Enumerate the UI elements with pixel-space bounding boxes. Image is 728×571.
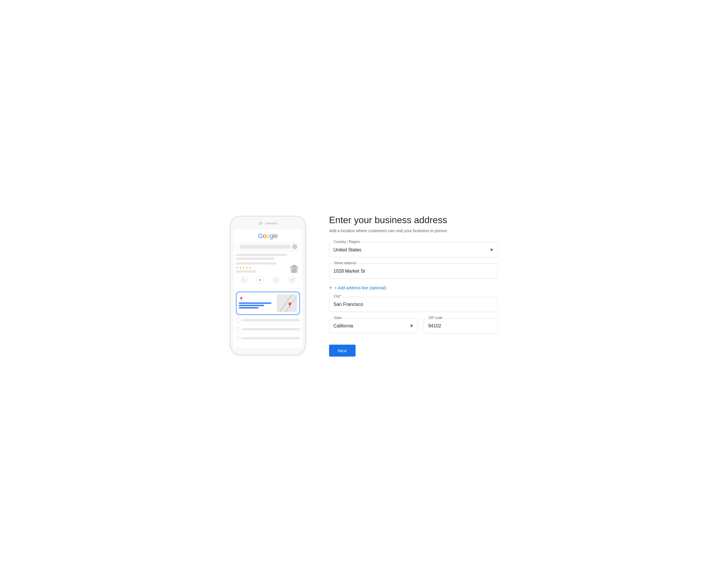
svg-line-7 [291, 280, 293, 280]
star-3: ★ [242, 266, 245, 269]
highlight-card-left: 📍 [239, 297, 275, 309]
phone-share-icon [289, 276, 296, 283]
star-2: ★ [239, 266, 242, 269]
country-field-group: Country / Region United States Canada Un… [329, 242, 498, 257]
zip-field-group: ZIP code [424, 318, 498, 334]
star-5: ★ [249, 266, 251, 269]
svg-point-4 [292, 279, 293, 279]
skeleton-line-3 [236, 270, 256, 273]
city-label: City* [332, 294, 342, 298]
skeleton-line-2 [236, 257, 274, 260]
phone-action-icons [236, 276, 300, 283]
zip-input[interactable] [424, 318, 498, 334]
map-pin-icon: 📍 [287, 302, 293, 309]
page-subtitle: Add a location where customers can visit… [329, 228, 498, 233]
state-select[interactable]: California New York Texas Florida [329, 318, 418, 333]
phone-search-icon [292, 244, 297, 249]
phone-save-icon [273, 276, 280, 283]
phone-bottom-items [236, 318, 300, 342]
svg-point-6 [292, 280, 293, 281]
street-field-group: Street address [329, 264, 498, 279]
bottom-skeleton-1 [242, 319, 300, 321]
state-field-group: State California New York Texas Florida … [329, 318, 418, 334]
country-label: Country / Region [332, 240, 361, 244]
google-logo: Google [236, 232, 300, 240]
skeleton-title [236, 262, 276, 264]
phone-bottom-item-1 [236, 318, 300, 325]
form-panel: Enter your business address Add a locati… [329, 214, 498, 357]
city-input[interactable] [329, 297, 498, 312]
svg-marker-1 [289, 264, 299, 267]
phone-mockup: Google ★ ★ ★ ★ ★ [230, 216, 306, 355]
phone-search-bar [236, 243, 300, 251]
add-address-line-label: + Add address line (optional) [334, 286, 387, 290]
phone-result-info: ★ ★ ★ ★ ★ [236, 262, 287, 274]
bottom-icon-3 [236, 336, 241, 341]
zip-label: ZIP code [427, 316, 443, 320]
country-select-wrapper[interactable]: United States Canada United Kingdom Aust… [329, 242, 498, 257]
chevron-right: › [236, 286, 300, 290]
country-select[interactable]: United States Canada United Kingdom Aust… [329, 242, 498, 257]
state-label: State [332, 316, 343, 320]
svg-rect-2 [292, 268, 296, 273]
street-input[interactable] [329, 264, 498, 279]
g-letter-o1: o [263, 232, 267, 239]
g-letter-g2: g [270, 232, 273, 239]
store-icon [288, 262, 300, 274]
add-address-line-button[interactable]: + + Add address line (optional) [329, 285, 498, 291]
blue-pin-icon: 📍 [239, 297, 275, 302]
phone-bottom-item-2 [236, 327, 300, 334]
blue-line-2 [239, 305, 264, 306]
svg-point-5 [291, 280, 291, 280]
bottom-skeleton-3 [242, 337, 300, 339]
phone-stars: ★ ★ ★ ★ ★ [236, 266, 287, 269]
state-select-wrapper[interactable]: California New York Texas Florida ▼ [329, 318, 418, 333]
highlight-card: 📍 📍 [236, 292, 300, 315]
city-field-group: City* [329, 297, 498, 312]
phone-bottom-item-3 [236, 336, 300, 342]
plus-icon: + [329, 285, 332, 291]
bottom-icon-2 [236, 327, 241, 332]
star-1: ★ [236, 266, 239, 269]
state-zip-row: State California New York Texas Florida … [329, 318, 498, 334]
svg-line-8 [291, 279, 293, 280]
phone-call-icon [241, 276, 248, 283]
phone-search-input [240, 245, 290, 249]
bottom-icon-1 [236, 318, 241, 323]
phone-result-card: ★ ★ ★ ★ ★ [236, 262, 300, 274]
phone-top-bar [234, 222, 302, 225]
blue-line-3 [239, 307, 259, 309]
skeleton-line-1 [236, 254, 287, 256]
page-title: Enter your business address [329, 214, 498, 225]
blue-line-1 [239, 303, 271, 304]
main-container: Google ★ ★ ★ ★ ★ [204, 214, 524, 357]
g-letter-e: e [274, 232, 278, 239]
bottom-skeleton-2 [242, 328, 300, 330]
phone-directions-icon [257, 276, 264, 283]
g-letter-g: G [258, 232, 263, 239]
street-label: Street address [332, 261, 357, 265]
phone-speaker [265, 223, 277, 224]
phone-screen: Google ★ ★ ★ ★ ★ [234, 229, 302, 348]
g-letter-o2: o [266, 232, 270, 239]
map-preview: 📍 [277, 295, 297, 312]
star-4: ★ [246, 266, 248, 269]
next-button[interactable]: Next [329, 345, 355, 357]
phone-camera [259, 222, 262, 225]
